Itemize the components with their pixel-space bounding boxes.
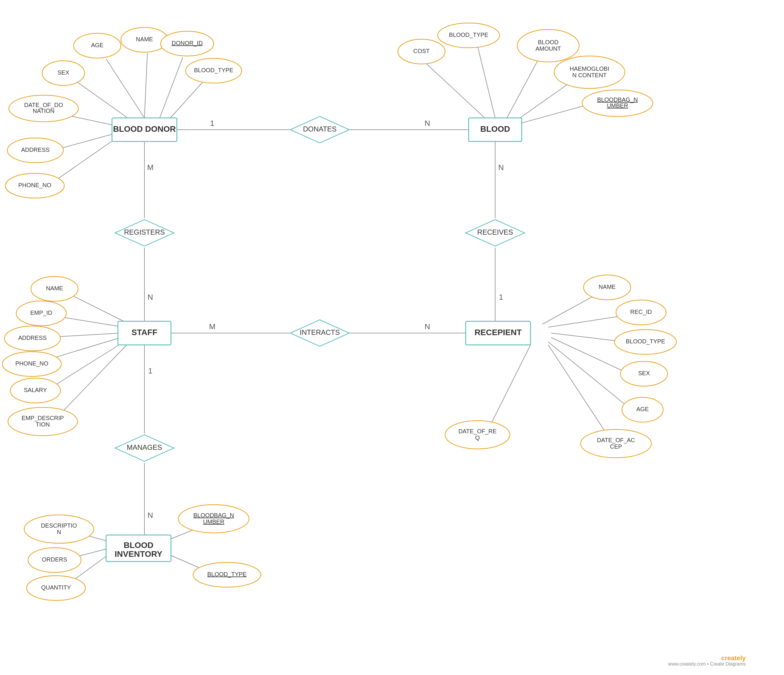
- attr-inv-bloodbag-label1: BLOODBAG_N: [193, 512, 234, 519]
- attr-blood-haemoglobin-label1: HAEMOGLOBI: [570, 65, 609, 72]
- entity-staff-label: STAFF: [131, 328, 157, 337]
- attr-rec-sex-label: SEX: [638, 370, 650, 376]
- cardinality-manages-1: 1: [148, 366, 152, 375]
- svg-line-10: [106, 59, 145, 118]
- entity-blood-label: BLOOD: [480, 124, 510, 134]
- svg-line-34: [489, 345, 530, 428]
- cardinality-receives-1: 1: [499, 293, 503, 302]
- attr-donor-phone-label: PHONE_NO: [18, 182, 51, 189]
- svg-line-35: [548, 345, 610, 439]
- relation-donates-label: DONATES: [303, 125, 337, 133]
- attr-inv-orders-label: ORDERS: [42, 556, 67, 563]
- svg-line-18: [478, 46, 495, 118]
- attr-donor-address-label: ADDRESS: [21, 146, 50, 153]
- cardinality-manages-n: N: [148, 511, 153, 519]
- attr-rec-name-label: NAME: [599, 283, 616, 290]
- cardinality-interacts-n: N: [425, 322, 430, 331]
- attr-blood-amount-label2: AMOUNT: [535, 45, 561, 52]
- entity-blood-donor-label: BLOOD DONOR: [113, 124, 176, 134]
- cardinality-registers-m: M: [147, 163, 154, 172]
- attr-rec-blood-type-label: BLOOD_TYPE: [626, 338, 665, 345]
- watermark-sub: www.creately.com • Create Diagrams: [668, 661, 746, 666]
- attr-staff-emp-id-label: EMP_ID: [30, 310, 52, 316]
- relation-manages-label: MANAGES: [127, 443, 162, 451]
- attr-donor-date-donation-label2: NATION: [33, 107, 54, 114]
- attr-blood-amount-label1: BLOOD: [538, 39, 558, 45]
- attr-staff-emp-desc-label2: TION: [36, 421, 50, 428]
- cardinality-donates-1: 1: [210, 119, 214, 128]
- entity-blood-inventory-label1: BLOOD: [123, 541, 153, 550]
- svg-line-11: [145, 53, 147, 118]
- relation-interacts-label: INTERACTS: [300, 328, 340, 336]
- attr-staff-phone-label: PHONE_NO: [16, 360, 48, 367]
- attr-donor-sex-label: SEX: [58, 69, 69, 76]
- attr-staff-address-label: ADDRESS: [18, 334, 47, 341]
- attr-inv-description-label2: N: [57, 529, 61, 535]
- attr-blood-bloodbag-label2: UMBER: [607, 102, 628, 109]
- attr-inv-quantity-label: QUANTITY: [41, 584, 71, 591]
- attr-inv-bloodbag-label2: UMBER: [203, 518, 224, 525]
- attr-donor-age-label: AGE: [91, 42, 103, 48]
- attr-donor-blood-type-label: BLOOD_TYPE: [194, 67, 233, 74]
- attr-rec-date-req-label2: Q: [475, 434, 480, 441]
- attr-staff-emp-desc-label1: EMP_DESCRIP: [22, 415, 64, 421]
- watermark-main: creately: [721, 654, 746, 662]
- attr-staff-salary-label: SALARY: [24, 387, 47, 393]
- entity-blood-inventory-label2: INVENTORY: [115, 549, 162, 558]
- attr-rec-date-accep-label1: DATE_OF_AC: [597, 437, 635, 443]
- attr-rec-date-req-label1: DATE_OF_RE: [458, 428, 497, 435]
- cardinality-registers-n: N: [148, 293, 153, 302]
- svg-line-14: [74, 79, 130, 120]
- attr-blood-cost-label: COST: [413, 48, 430, 54]
- cardinality-interacts-m: M: [209, 322, 215, 331]
- svg-line-12: [159, 58, 183, 120]
- svg-line-19: [507, 58, 539, 118]
- cardinality-donates-n: N: [425, 119, 430, 128]
- cardinality-receives-n: N: [498, 163, 504, 172]
- attr-blood-haemoglobin-label2: N CONTENT: [572, 72, 607, 78]
- attr-rec-id-label: REC_ID: [630, 309, 652, 316]
- relation-registers-label: REGISTERS: [124, 228, 165, 236]
- attr-donor-name-label: NAME: [136, 36, 153, 42]
- attr-inv-description-label1: DESCRIPTIO: [41, 522, 77, 529]
- attr-blood-blood-type-label: BLOOD_TYPE: [449, 31, 488, 38]
- attr-rec-age-label: AGE: [636, 406, 649, 412]
- attr-rec-date-accep-label2: CEP: [610, 443, 622, 450]
- entity-recepient-label: RECEPIENT: [474, 328, 522, 337]
- attr-staff-name-label: NAME: [46, 285, 63, 291]
- svg-line-13: [165, 78, 206, 124]
- attr-donor-id-label: DONOR_ID: [171, 40, 203, 47]
- svg-line-22: [425, 62, 486, 120]
- relation-receives-label: RECEIVES: [477, 228, 513, 236]
- attr-inv-blood-type-label: BLOOD_TYPE: [207, 571, 246, 578]
